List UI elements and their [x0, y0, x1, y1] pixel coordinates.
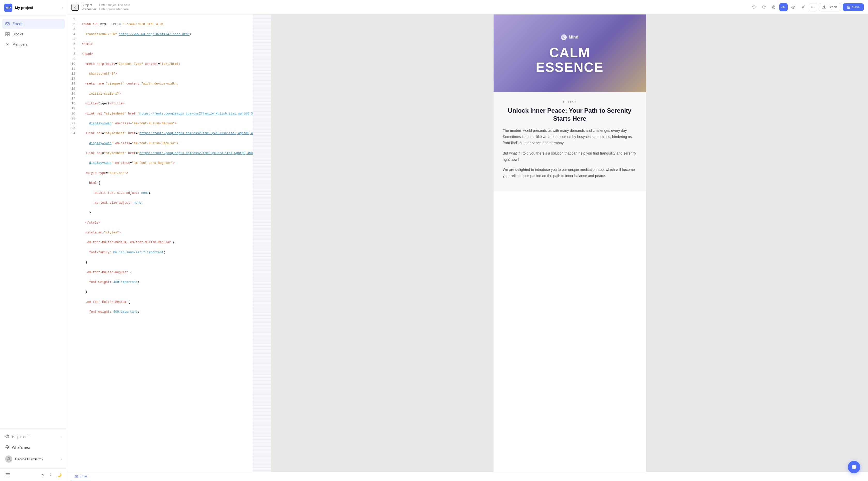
sidebar-item-help[interactable]: Help menu ›	[2, 432, 65, 442]
svg-rect-17	[75, 475, 78, 477]
preview-button[interactable]	[789, 3, 798, 11]
sidebar-item-blocks[interactable]: Blocks	[2, 29, 65, 39]
sidebar: MP My project › Emails	[0, 0, 67, 481]
moon-icon[interactable]: 🌙	[56, 471, 63, 478]
svg-rect-1	[6, 32, 7, 34]
sidebar-logo[interactable]: MP My project	[4, 4, 33, 12]
sidebar-header: MP My project ›	[0, 0, 67, 16]
email-body: HELLO! Unlock Inner Peace: Your Path to …	[494, 92, 646, 191]
help-icon	[5, 434, 9, 439]
hero-logo-text: Mind	[569, 35, 578, 39]
sidebar-bottom: Help menu › What's new George Bur	[0, 428, 67, 468]
preheader-field: Preheader Enter preheader here	[82, 7, 747, 11]
chat-bubble[interactable]	[848, 461, 860, 473]
logo-avatar: MP	[4, 4, 12, 12]
code-minimap[interactable]	[253, 14, 271, 472]
send-button[interactable]	[799, 3, 807, 11]
emails-icon	[5, 22, 10, 26]
bell-icon	[5, 445, 9, 450]
bottombar: Email	[67, 472, 868, 481]
email-main-title: Unlock Inner Peace: Your Path to Serenit…	[503, 107, 637, 122]
moon-crescent-icon[interactable]: ☾	[47, 471, 55, 478]
main-content: Subject Enter subject line here Preheade…	[67, 0, 868, 481]
topbar: Subject Enter subject line here Preheade…	[67, 0, 868, 14]
project-name: My project	[15, 6, 33, 10]
svg-rect-3	[6, 34, 7, 36]
tab-email[interactable]: Email	[71, 473, 91, 480]
redo-button[interactable]	[760, 3, 768, 11]
editor-area: 12345 678910 1112131415 1617181920 21222…	[67, 14, 868, 472]
sidebar-item-blocks-label: Blocks	[12, 32, 23, 36]
sidebar-item-whats-new[interactable]: What's new	[2, 442, 65, 452]
svg-rect-15	[848, 6, 849, 7]
sidebar-tools: ☀ ☾ 🌙	[0, 468, 67, 481]
svg-point-7	[7, 437, 7, 438]
undo-button[interactable]	[750, 3, 758, 11]
code-icon: </>	[781, 6, 785, 9]
export-button[interactable]: Export	[819, 3, 841, 11]
help-chevron-icon: ›	[61, 435, 62, 438]
code-content[interactable]: <!DOCTYPE html PUBLIC "-//W3C//DTD HTML …	[78, 14, 253, 472]
back-button[interactable]	[71, 4, 79, 11]
save-button[interactable]: Save	[843, 3, 864, 11]
more-icon: •••	[811, 5, 815, 9]
email-hero-logo: Mind	[561, 34, 578, 40]
svg-point-8	[8, 457, 9, 459]
svg-rect-2	[8, 32, 9, 34]
user-name: George Burmistrov	[15, 457, 43, 461]
preheader-label: Preheader	[82, 7, 97, 11]
sidebar-item-members-label: Members	[12, 42, 27, 47]
svg-point-13	[793, 7, 794, 8]
minimap-content	[253, 14, 271, 472]
code-panel: 12345 678910 1112131415 1617181920 21222…	[67, 14, 271, 472]
sidebar-nav: Emails Blocks Members	[0, 16, 67, 225]
hamburger-icon[interactable]	[4, 471, 11, 478]
preheader-input[interactable]: Enter preheader here	[99, 7, 129, 11]
mind-logo-circle	[561, 34, 567, 40]
save-label: Save	[852, 5, 860, 9]
email-hello: HELLO!	[503, 100, 637, 103]
sidebar-user[interactable]: George Burmistrov ›	[2, 453, 65, 465]
email-para-3: We are delighted to introduce you to our…	[503, 167, 637, 179]
user-info: George Burmistrov	[5, 455, 43, 463]
chevron-right-icon: ›	[62, 6, 63, 9]
topbar-actions: </> ••• Export	[750, 3, 864, 11]
svg-rect-4	[8, 34, 9, 36]
code-view-button[interactable]: </>	[779, 3, 787, 11]
svg-point-5	[7, 43, 8, 44]
tab-email-label: Email	[80, 475, 87, 478]
timer-button[interactable]	[770, 3, 778, 11]
blocks-icon	[5, 32, 10, 36]
members-icon	[5, 42, 10, 47]
email-preview: Mind CALM ESSENCE HELLO! Unlock Inner Pe…	[494, 14, 646, 472]
sidebar-item-members[interactable]: Members	[2, 39, 65, 49]
svg-rect-0	[6, 23, 9, 25]
more-button[interactable]: •••	[809, 3, 817, 11]
subject-input[interactable]: Enter subject line here	[99, 3, 130, 7]
whats-new-label: What's new	[12, 445, 30, 449]
preview-content[interactable]: Mind CALM ESSENCE HELLO! Unlock Inner Pe…	[271, 14, 868, 472]
subject-label: Subject	[82, 3, 97, 7]
sidebar-item-emails-label: Emails	[12, 22, 23, 26]
preview-panel: Mind CALM ESSENCE HELLO! Unlock Inner Pe…	[271, 14, 868, 472]
topbar-fields: Subject Enter subject line here Preheade…	[82, 3, 747, 11]
subject-field: Subject Enter subject line here	[82, 3, 747, 7]
line-numbers: 12345 678910 1112131415 1617181920 21222…	[67, 14, 78, 472]
sun-icon[interactable]: ☀	[39, 471, 46, 478]
email-para-2: But what if I told you there's a solutio…	[503, 150, 637, 163]
user-chevron-icon: ›	[61, 457, 62, 460]
avatar	[5, 455, 12, 463]
sidebar-item-emails[interactable]: Emails	[2, 19, 65, 29]
email-para-1: The modern world presents us with many d…	[503, 128, 637, 146]
hero-title: CALM ESSENCE	[536, 45, 603, 75]
email-hero: Mind CALM ESSENCE	[494, 14, 646, 92]
export-label: Export	[828, 5, 838, 9]
help-label: Help menu	[12, 435, 29, 439]
